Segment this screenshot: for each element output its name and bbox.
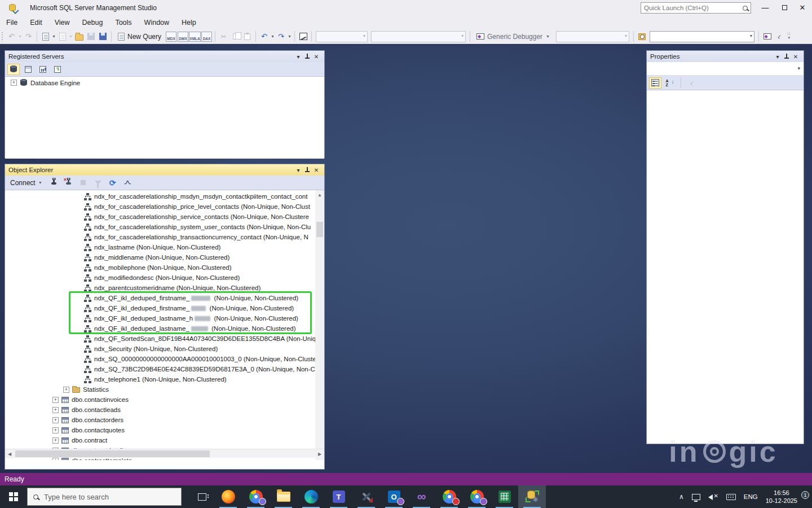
minimize-button[interactable]: — xyxy=(756,0,775,15)
back-dropdown[interactable]: ▾ xyxy=(17,34,23,39)
tree-row[interactable]: ndx_mobilephone (Non-Unique, Non-Cluster… xyxy=(5,262,315,273)
tree-row[interactable]: ndx_lastname (Non-Unique, Non-Clustered) xyxy=(5,242,315,252)
expand-icon[interactable] xyxy=(52,417,59,423)
pin-icon[interactable] xyxy=(303,52,312,61)
registered-servers-header[interactable]: Registered Servers ▾ ✕ xyxy=(5,51,324,62)
volume-muted-icon[interactable]: ✕ xyxy=(708,493,718,500)
restore-button[interactable] xyxy=(775,0,794,15)
new-mdx-query-button[interactable]: MDX xyxy=(165,31,177,42)
tree-row[interactable]: dbo.contactinvoices xyxy=(5,395,315,405)
tree-row[interactable]: ndx_QF_ikl_deduped_lastname_ (Non-Unique… xyxy=(5,323,315,334)
expand-icon[interactable] xyxy=(52,427,59,433)
filter-button[interactable] xyxy=(92,177,104,189)
tree-row[interactable]: ndx_SQ_00000000000000000AA000010001003_0… xyxy=(5,354,315,364)
language-indicator[interactable]: ENG xyxy=(744,493,758,500)
add-item-dropdown[interactable]: ▾ xyxy=(68,34,73,39)
tree-row[interactable]: ndx_for_cascaderelationship_system_user_… xyxy=(5,222,315,232)
save-button[interactable] xyxy=(85,31,97,42)
find-button[interactable] xyxy=(636,31,648,42)
menu-file[interactable]: File xyxy=(0,17,24,28)
menu-window[interactable]: Window xyxy=(138,17,175,28)
tree-row[interactable]: ndx_for_cascaderelationship_service_cont… xyxy=(5,212,315,222)
new-query-button[interactable]: New Query xyxy=(114,32,165,42)
taskbar-app-excel[interactable] xyxy=(491,485,518,508)
expand-icon[interactable] xyxy=(52,437,59,444)
cut-button[interactable]: ✂ xyxy=(218,31,230,42)
integration-services-button[interactable] xyxy=(51,64,64,75)
tree-row[interactable]: ndx_QF_ikl_deduped_firstname_ (Non-Uniqu… xyxy=(5,293,315,303)
expand-icon[interactable] xyxy=(52,458,59,461)
pin-icon[interactable] xyxy=(303,165,312,174)
refresh-button[interactable]: ⟳ xyxy=(107,177,119,189)
taskbar-app-outlook[interactable]: O xyxy=(380,485,408,508)
properties-object-combobox[interactable] xyxy=(647,62,804,76)
tree-row[interactable]: ndx_telephone1 (Non-Unique, Non-Clustere… xyxy=(5,374,315,384)
start-button[interactable] xyxy=(0,485,27,508)
tree-row[interactable]: ndx_QF_SortedScan_8DF19B44A07340C39D6DEE… xyxy=(5,334,315,344)
connect-button[interactable]: Connect ▾ xyxy=(7,178,46,188)
panel-menu-icon[interactable]: ▾ xyxy=(294,165,303,174)
new-dax-query-button[interactable]: DAX xyxy=(201,31,213,42)
menu-debug[interactable]: Debug xyxy=(76,17,109,28)
object-explorer-header[interactable]: Object Explorer ▾ ✕ xyxy=(5,164,324,176)
taskbar-app-ssms[interactable]: ✱ xyxy=(518,485,546,508)
properties-header[interactable]: Properties ▾ ✕ xyxy=(647,51,804,62)
close-icon[interactable]: ✕ xyxy=(791,52,800,61)
tree-row[interactable]: ndx_QF_ikl_deduped_firstname_ (Non-Uniqu… xyxy=(5,303,315,313)
expand-icon[interactable] xyxy=(11,80,17,86)
network-icon[interactable] xyxy=(692,494,700,500)
save-all-button[interactable] xyxy=(97,31,109,42)
expand-icon[interactable] xyxy=(52,397,59,403)
taskbar-app-explorer[interactable] xyxy=(270,485,297,508)
analysis-services-button[interactable] xyxy=(22,64,34,75)
toolbar-combobox-3[interactable] xyxy=(556,31,629,42)
toolbar-overflow-button[interactable]: ∶∶ ▾ xyxy=(787,33,791,40)
menu-tools[interactable]: Tools xyxy=(109,17,138,28)
disconnect-button[interactable]: ✕ xyxy=(63,177,75,189)
tree-row[interactable]: dbo.contract xyxy=(5,435,315,445)
taskbar-app-edge[interactable] xyxy=(297,485,325,508)
redo-dropdown[interactable]: ▾ xyxy=(287,34,292,39)
database-engine-tab-button[interactable] xyxy=(7,64,20,75)
toolbar-grip[interactable] xyxy=(1,32,4,42)
scrollbar-thumb[interactable] xyxy=(15,450,210,457)
scroll-right-arrow[interactable]: ▶ xyxy=(315,449,324,458)
taskbar-app-chrome-purple[interactable] xyxy=(463,485,491,508)
taskbar-app-firefox[interactable] xyxy=(214,485,242,508)
new-item-dropdown[interactable]: ▾ xyxy=(51,34,56,39)
close-icon[interactable]: ✕ xyxy=(312,165,321,174)
tree-row[interactable]: ndx_for_cascaderelationship_transactionc… xyxy=(5,232,315,242)
tree-row[interactable]: ndx_middlename (Non-Unique, Non-Clustere… xyxy=(5,252,315,262)
tree-row[interactable]: dbo.contactquotes xyxy=(5,425,315,435)
tree-row[interactable]: Statistics xyxy=(5,384,315,395)
scroll-up-arrow[interactable]: ▲ xyxy=(315,190,324,199)
open-file-button[interactable] xyxy=(73,31,85,42)
connect-object-button[interactable] xyxy=(48,177,60,189)
menu-edit[interactable]: Edit xyxy=(24,17,48,28)
navigate-back-button[interactable]: ↶ xyxy=(6,31,17,42)
panel-menu-icon[interactable]: ▾ xyxy=(294,52,303,61)
redo-button[interactable]: ↷ xyxy=(275,31,287,42)
activity-monitor-button[interactable]: -^- xyxy=(121,177,134,189)
keyboard-icon[interactable] xyxy=(726,494,736,500)
quick-launch-input[interactable]: Quick Launch (Ctrl+Q) xyxy=(641,2,751,14)
navigate-forward-button[interactable]: ↷ xyxy=(23,31,34,42)
close-button[interactable]: ✕ xyxy=(793,0,812,15)
menu-view[interactable]: View xyxy=(48,17,76,28)
tree-row[interactable]: ndx_Security (Non-Unique, Non-Clustered) xyxy=(5,344,315,354)
new-dmx-query-button[interactable]: DMX xyxy=(177,31,189,42)
toolbar-combobox-2[interactable] xyxy=(371,31,466,42)
add-item-button[interactable] xyxy=(56,31,68,42)
tree-row[interactable]: ndx_for_cascaderelationship_msdyn_msdyn_… xyxy=(5,191,315,202)
vertical-scrollbar[interactable]: ▲ ▼ xyxy=(315,190,324,460)
taskbar-app-vs[interactable]: ∞ xyxy=(408,485,435,508)
taskbar-app-chrome-red[interactable] xyxy=(435,485,463,508)
copy-button[interactable] xyxy=(230,31,241,42)
panel-menu-icon[interactable]: ▾ xyxy=(773,52,782,61)
tree-item-database-engine[interactable]: Database Engine xyxy=(5,77,324,86)
reporting-services-button[interactable] xyxy=(37,64,49,75)
selection-tool-button[interactable] xyxy=(297,31,309,42)
clock[interactable]: 16:56 10-12-2025 xyxy=(766,489,797,505)
new-xmla-query-button[interactable]: XMLA xyxy=(189,31,201,42)
stop-button[interactable] xyxy=(77,177,90,189)
